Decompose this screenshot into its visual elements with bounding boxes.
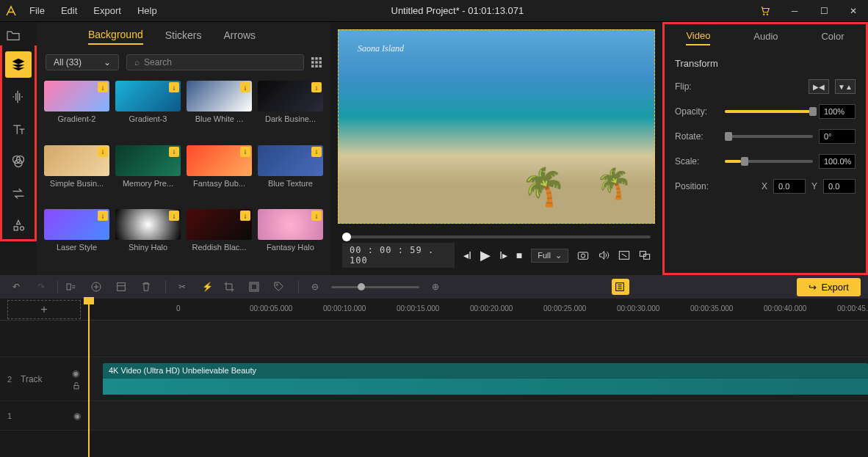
redo-button[interactable]: ↷ bbox=[32, 282, 50, 292]
tag-button[interactable] bbox=[273, 281, 291, 293]
lock-icon[interactable] bbox=[72, 381, 81, 390]
rotate-value[interactable]: 0° bbox=[819, 129, 856, 144]
download-badge: ↓ bbox=[98, 147, 108, 157]
undo-button[interactable]: ↶ bbox=[7, 282, 25, 292]
asset-item[interactable]: ↓Gradient-3 bbox=[115, 81, 181, 139]
volume-icon[interactable] bbox=[598, 250, 610, 260]
stop-button[interactable]: ■ bbox=[516, 249, 522, 261]
tab-stickers[interactable]: Stickers bbox=[165, 29, 202, 44]
cut-button[interactable]: ✂ bbox=[173, 282, 191, 292]
asset-item[interactable]: ↓Shiny Halo bbox=[115, 209, 181, 268]
menu-edit[interactable]: Edit bbox=[54, 0, 84, 22]
position-x-value[interactable]: 0.0 bbox=[773, 179, 806, 194]
speed-button[interactable]: ⚡ bbox=[198, 282, 216, 292]
asset-item[interactable]: ↓Gradient-2 bbox=[44, 81, 109, 139]
tool-3[interactable] bbox=[115, 281, 133, 293]
maximize-button[interactable]: ☐ bbox=[809, 0, 839, 22]
audio-icon[interactable] bbox=[5, 84, 32, 110]
search-input[interactable]: ⌕ Search bbox=[126, 54, 304, 70]
add-button[interactable] bbox=[90, 281, 108, 293]
cart-icon[interactable] bbox=[751, 0, 780, 22]
download-badge: ↓ bbox=[311, 211, 322, 221]
ruler-tick: 00:00:15.000 bbox=[397, 304, 439, 312]
fullscreen-icon[interactable] bbox=[639, 250, 651, 260]
tab-arrows[interactable]: Arrows bbox=[224, 29, 256, 44]
tool-1[interactable] bbox=[65, 281, 83, 293]
flip-vertical-button[interactable]: ▼▲ bbox=[835, 79, 856, 94]
svg-rect-5 bbox=[311, 57, 314, 60]
track-content[interactable]: 4K Video (Ultra HD) Unbelievable Beauty bbox=[88, 357, 868, 401]
delete-button[interactable] bbox=[140, 281, 158, 293]
snapshot-icon[interactable] bbox=[577, 250, 589, 260]
svg-rect-22 bbox=[251, 284, 257, 290]
asset-item[interactable]: ↓Blue Texture bbox=[258, 145, 323, 204]
asset-item[interactable]: ↓Reddish Blac... bbox=[187, 209, 252, 268]
flip-horizontal-button[interactable]: ▶◀ bbox=[809, 79, 829, 94]
svg-rect-7 bbox=[319, 57, 322, 60]
close-button[interactable]: ✕ bbox=[839, 0, 868, 22]
tool-7[interactable] bbox=[248, 281, 266, 293]
asset-item[interactable]: ↓Dark Busine... bbox=[258, 81, 323, 139]
asset-grid: ↓Gradient-2↓Gradient-3↓Blue White ...↓Da… bbox=[37, 73, 330, 275]
export-button[interactable]: ↪ Export bbox=[797, 278, 861, 296]
ruler-tick: 00:00:05.000 bbox=[250, 304, 292, 312]
opacity-value[interactable]: 100% bbox=[819, 104, 856, 119]
video-clip[interactable]: 4K Video (Ultra HD) Unbelievable Beauty bbox=[103, 363, 868, 395]
filter-dropdown[interactable]: All (33) ⌄ bbox=[46, 54, 119, 70]
asset-item[interactable]: ↓Blue White ... bbox=[187, 81, 252, 139]
menu-file[interactable]: File bbox=[22, 0, 52, 22]
prop-tab-video[interactable]: Video bbox=[686, 30, 710, 45]
tool-settings[interactable] bbox=[612, 279, 629, 295]
zoom-slider[interactable] bbox=[331, 286, 419, 288]
search-icon: ⌕ bbox=[134, 57, 140, 67]
asset-item[interactable]: ↓Fantasy Bub... bbox=[187, 145, 252, 204]
track-content-2[interactable] bbox=[88, 401, 868, 430]
position-label: Position: bbox=[675, 181, 719, 191]
scrubber-handle[interactable] bbox=[342, 233, 351, 241]
export-label: Export bbox=[821, 282, 849, 293]
asset-item[interactable]: ↓Fantasy Halo bbox=[258, 209, 323, 268]
zoom-out-button[interactable]: ⊖ bbox=[306, 282, 324, 292]
position-y-value[interactable]: 0.0 bbox=[823, 179, 856, 194]
play-button[interactable]: ▶ bbox=[480, 247, 491, 263]
rotate-slider[interactable] bbox=[725, 135, 813, 138]
add-track-button[interactable]: + bbox=[7, 300, 81, 319]
prop-tab-audio[interactable]: Audio bbox=[753, 31, 778, 45]
scale-slider[interactable] bbox=[725, 160, 813, 163]
asset-item[interactable]: ↓Laser Style bbox=[44, 209, 109, 268]
opacity-slider[interactable] bbox=[725, 110, 813, 113]
minimize-button[interactable]: ─ bbox=[780, 0, 809, 22]
elements-icon[interactable] bbox=[5, 213, 32, 239]
rotate-label: Rotate: bbox=[675, 131, 719, 142]
filters-icon[interactable] bbox=[5, 148, 32, 175]
menu-export[interactable]: Export bbox=[86, 0, 129, 22]
palm-decoration: 🌴 bbox=[596, 167, 632, 201]
asset-item[interactable]: ↓Simple Busin... bbox=[44, 145, 109, 204]
view-mode-select[interactable]: Full ⌄ bbox=[531, 249, 568, 263]
crop-button[interactable] bbox=[223, 281, 241, 293]
asset-label: Fantasy Bub... bbox=[187, 179, 252, 188]
prev-frame-button[interactable]: ◂Ⅰ bbox=[463, 249, 471, 261]
transitions-icon[interactable] bbox=[5, 180, 32, 207]
layers-icon[interactable] bbox=[5, 51, 32, 78]
next-frame-button[interactable]: Ⅰ▸ bbox=[499, 249, 507, 261]
menu-help[interactable]: Help bbox=[130, 0, 164, 22]
text-icon[interactable] bbox=[5, 116, 32, 142]
playhead[interactable] bbox=[88, 299, 90, 457]
zoom-in-button[interactable]: ⊕ bbox=[427, 282, 444, 292]
folder-icon[interactable] bbox=[0, 22, 26, 48]
scale-value[interactable]: 100.0% bbox=[819, 154, 856, 169]
svg-point-0 bbox=[764, 14, 764, 15]
asset-item[interactable]: ↓Memory Pre... bbox=[115, 145, 181, 204]
grid-view-icon[interactable] bbox=[311, 57, 322, 67]
preview-viewport[interactable]: Saona Island 🌴 🌴 bbox=[338, 29, 655, 224]
ruler-tick: 00:00:20.000 bbox=[470, 304, 513, 312]
timeline-ruler[interactable]: 000:00:05.00000:00:10.00000:00:15.00000:… bbox=[176, 299, 868, 320]
visibility-icon[interactable]: ◉ bbox=[72, 368, 81, 379]
aspect-icon[interactable] bbox=[618, 250, 630, 260]
preview-scrubber[interactable] bbox=[342, 235, 651, 238]
visibility-icon[interactable]: ◉ bbox=[73, 411, 81, 421]
prop-tab-color[interactable]: Color bbox=[821, 31, 844, 45]
track-content-empty[interactable] bbox=[88, 321, 868, 357]
tab-background[interactable]: Background bbox=[88, 29, 143, 45]
